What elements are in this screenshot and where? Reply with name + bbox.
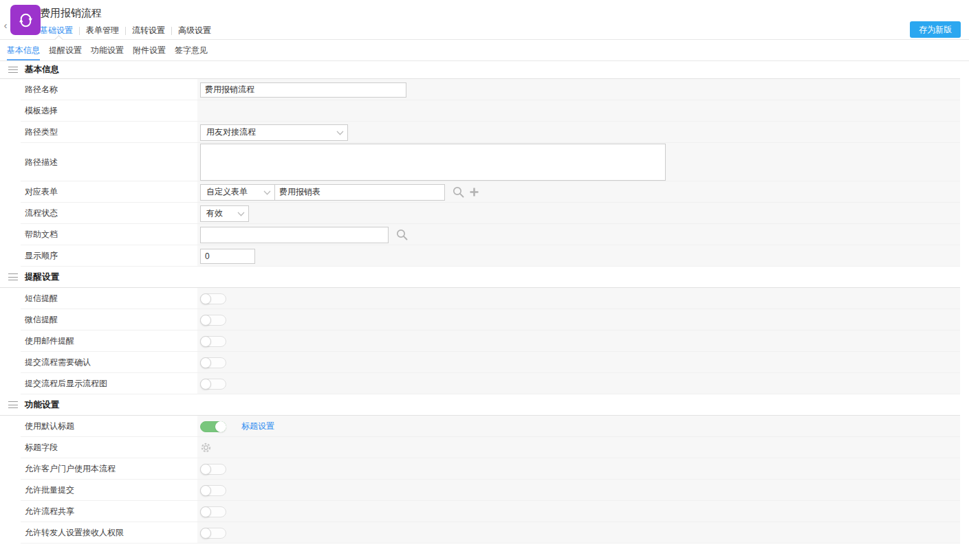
field-value (197, 100, 960, 122)
toggle-knob (200, 528, 211, 539)
field-label: 路径名称 (0, 79, 197, 100)
form-row: 使用邮件提醒 (0, 331, 960, 352)
path-desc-textarea[interactable] (200, 144, 666, 181)
field-value (197, 501, 960, 522)
subtab-1[interactable]: 基本信息 (7, 40, 40, 60)
field-label: 路径类型 (0, 122, 197, 143)
tab-4[interactable]: 高级设置 (178, 25, 211, 36)
default-title-toggle[interactable] (200, 421, 226, 432)
field-label: 允许转发人设置接收人权限 (0, 522, 197, 544)
field-label: 帮助文档 (0, 224, 197, 245)
field-value (197, 522, 960, 544)
tab-3[interactable]: 流转设置 (132, 25, 165, 36)
sms-remind-toggle[interactable] (200, 293, 226, 304)
field-label: 标题字段 (0, 437, 197, 458)
path-name-input[interactable] (200, 82, 406, 98)
form-row: 允许批量提交 (0, 480, 960, 501)
field-label: 微信提醒 (0, 309, 197, 331)
field-value (197, 245, 960, 267)
plus-icon[interactable] (470, 188, 479, 197)
path-type-select[interactable]: 用友对接流程 (200, 124, 348, 141)
field-value (197, 79, 960, 100)
toggle-knob (200, 464, 211, 475)
help-doc-input[interactable] (200, 227, 389, 243)
form-name-input[interactable] (274, 184, 445, 201)
field-label: 模板选择 (0, 100, 197, 122)
drag-handle-icon (8, 401, 18, 410)
field-value (197, 373, 960, 394)
form-type-select[interactable]: 自定义表单 (200, 184, 275, 201)
form-row: 路径名称 (0, 79, 960, 100)
show-flowchart-toggle[interactable] (200, 379, 226, 390)
section-title: 功能设置 (25, 399, 59, 411)
tab-separator (171, 27, 172, 35)
field-value (197, 143, 960, 181)
field-value (197, 224, 960, 245)
gear-icon (200, 442, 212, 453)
page-title: 费用报销流程 (40, 7, 102, 20)
field-label: 流程状态 (0, 203, 197, 224)
field-value (197, 437, 960, 458)
section-header: 基本信息 (0, 61, 960, 79)
subtab-4[interactable]: 附件设置 (133, 40, 166, 60)
back-chevron-icon[interactable]: ‹ (1, 19, 10, 32)
field-label: 对应表单 (0, 181, 197, 203)
save-new-version-button[interactable]: 存为新版 (910, 21, 961, 38)
form-row: 帮助文档 (0, 224, 960, 245)
tab-1[interactable]: 基础设置 (40, 25, 73, 36)
field-label: 路径描述 (0, 143, 197, 181)
field-value (197, 352, 960, 373)
search-icon[interactable] (453, 186, 464, 198)
email-remind-toggle[interactable] (200, 336, 226, 347)
forward-permission-toggle[interactable] (200, 528, 226, 539)
tab-separator (79, 27, 80, 35)
field-value (197, 480, 960, 501)
form-row: 对应表单自定义表单 (0, 181, 960, 203)
form-row: 允许客户门户使用本流程 (0, 458, 960, 480)
subtab-3[interactable]: 功能设置 (91, 40, 124, 60)
tab-2[interactable]: 表单管理 (86, 25, 119, 36)
form-row: 微信提醒 (0, 309, 960, 331)
form-row: 流程状态有效 (0, 203, 960, 224)
selected-option: 用友对接流程 (206, 126, 256, 138)
submit-confirm-toggle[interactable] (200, 357, 226, 368)
chevron-down-icon (237, 212, 245, 216)
display-order-input[interactable] (200, 249, 255, 264)
form-row: 标题字段 (0, 437, 960, 458)
form-row: 允许流程共享 (0, 501, 960, 522)
field-value: 自定义表单 (197, 181, 960, 203)
flow-share-toggle[interactable] (200, 506, 226, 517)
subtab-5[interactable]: 签字意见 (175, 40, 208, 60)
form-row: 短信提醒 (0, 288, 960, 309)
flow-status-select[interactable]: 有效 (200, 205, 249, 222)
drag-handle-icon (8, 65, 18, 74)
field-label: 显示顺序 (0, 245, 197, 267)
field-value: 标题设置 (197, 416, 960, 437)
field-label: 允许流程共享 (0, 501, 197, 522)
toggle-knob (200, 336, 211, 347)
batch-submit-toggle[interactable] (200, 485, 226, 496)
workflow-app-icon (10, 5, 41, 35)
title-settings-link[interactable]: 标题设置 (241, 421, 274, 432)
tab-separator (125, 27, 126, 35)
form-row: 显示顺序 (0, 245, 960, 267)
wechat-remind-toggle[interactable] (200, 315, 226, 326)
field-label: 短信提醒 (0, 288, 197, 309)
field-label: 允许批量提交 (0, 480, 197, 501)
field-label: 允许客户门户使用本流程 (0, 458, 197, 480)
selected-option: 自定义表单 (206, 186, 248, 198)
chevron-down-icon (336, 131, 344, 135)
section-header: 提醒设置 (0, 267, 960, 288)
section-title: 基本信息 (25, 64, 59, 76)
form-row: 路径描述 (0, 143, 960, 181)
field-label: 使用默认标题 (0, 416, 197, 437)
field-value (197, 458, 960, 480)
customer-portal-toggle[interactable] (200, 464, 226, 475)
search-icon[interactable] (396, 229, 408, 240)
field-label: 提交流程后显示流程图 (0, 373, 197, 394)
subtab-2[interactable]: 提醒设置 (49, 40, 82, 60)
form-row: 使用默认标题标题设置 (0, 416, 960, 437)
form-row: 提交流程需要确认 (0, 352, 960, 373)
field-value: 用友对接流程 (197, 122, 960, 143)
section-header: 功能设置 (0, 394, 960, 416)
